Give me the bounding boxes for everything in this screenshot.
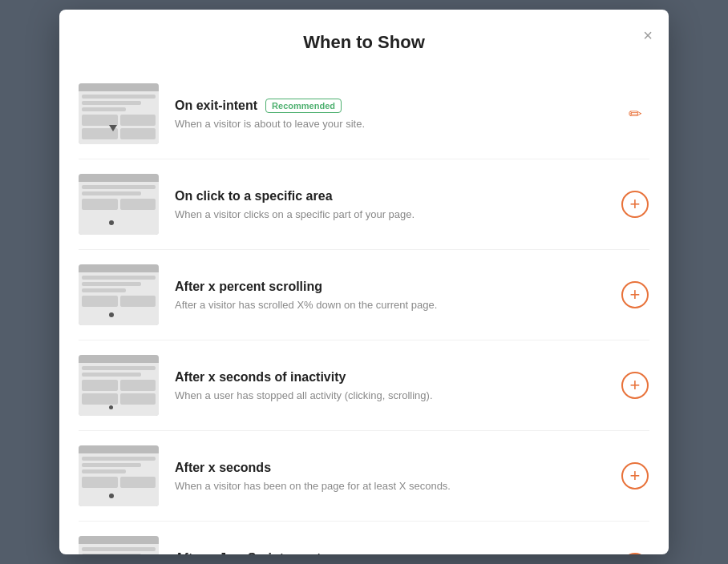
thumbnail-inactivity xyxy=(79,355,159,416)
recommended-badge: Recommended xyxy=(265,99,342,113)
option-title-row-click: On click to a specific area xyxy=(175,189,605,203)
option-action-seconds[interactable]: + xyxy=(621,461,649,490)
option-title-click-area: On click to a specific area xyxy=(175,189,333,203)
option-info-percent-scrolling: After x percent scrolling After a visito… xyxy=(175,280,605,311)
option-title-row-js: After a JavaScript event xyxy=(175,551,605,555)
option-javascript-event: > event()> _ After a JavaScript event Wh… xyxy=(79,522,649,554)
thumbnail-percent-scrolling xyxy=(79,264,159,325)
modal-title: When to Show xyxy=(303,32,425,53)
option-click-area: On click to a specific area When a visit… xyxy=(79,159,649,250)
option-action-javascript-event[interactable]: + xyxy=(621,552,649,554)
close-button[interactable]: × xyxy=(643,27,653,43)
option-inactivity: After x seconds of inactivity When a use… xyxy=(79,340,649,431)
option-title-seconds: After x seconds xyxy=(175,461,271,475)
option-title-row-inactivity: After x seconds of inactivity xyxy=(175,370,605,385)
option-desc-inactivity: When a user has stopped all activity (cl… xyxy=(175,389,605,401)
option-info-javascript-event: After a JavaScript event When a specific… xyxy=(175,551,605,555)
add-icon-percent-scrolling[interactable]: + xyxy=(621,281,649,308)
options-list: On exit-intent Recommended When a visito… xyxy=(59,69,669,554)
option-title-percent-scrolling: After x percent scrolling xyxy=(175,280,322,294)
thumbnail-exit-intent xyxy=(79,83,159,144)
option-seconds: After x seconds When a visitor has been … xyxy=(79,431,649,522)
option-info-click-area: On click to a specific area When a visit… xyxy=(175,189,605,220)
edit-icon[interactable]: ✏ xyxy=(629,104,642,123)
option-title-row-seconds: After x seconds xyxy=(175,461,605,475)
add-icon-seconds[interactable]: + xyxy=(621,462,649,489)
option-title-row-scroll: After x percent scrolling xyxy=(175,280,605,294)
option-info-seconds: After x seconds When a visitor has been … xyxy=(175,461,605,492)
modal-header: When to Show × xyxy=(59,10,669,69)
option-desc-exit-intent: When a visitor is about to leave your si… xyxy=(175,118,605,130)
add-icon-click-area[interactable]: + xyxy=(621,191,649,218)
option-info-inactivity: After x seconds of inactivity When a use… xyxy=(175,370,605,401)
option-desc-percent-scrolling: After a visitor has scrolled X% down on … xyxy=(175,299,605,311)
option-title-javascript-event: After a JavaScript event xyxy=(175,551,321,555)
when-to-show-modal: When to Show × xyxy=(59,10,669,554)
thumbnail-seconds xyxy=(79,445,159,506)
thumbnail-javascript-event: > event()> _ xyxy=(79,536,159,554)
thumbnail-click-area xyxy=(79,174,159,235)
option-title-exit-intent: On exit-intent xyxy=(175,99,257,113)
option-exit-intent: On exit-intent Recommended When a visito… xyxy=(79,69,649,159)
option-desc-click-area: When a visitor clicks on a specific part… xyxy=(175,208,605,220)
option-action-exit-intent[interactable]: ✏ xyxy=(621,99,649,128)
option-info-exit-intent: On exit-intent Recommended When a visito… xyxy=(175,99,605,130)
option-action-percent-scrolling[interactable]: + xyxy=(621,280,649,309)
option-action-inactivity[interactable]: + xyxy=(621,371,649,400)
option-percent-scrolling: After x percent scrolling After a visito… xyxy=(79,250,649,340)
add-icon-inactivity[interactable]: + xyxy=(621,372,649,399)
option-title-inactivity: After x seconds of inactivity xyxy=(175,370,346,385)
option-action-click-area[interactable]: + xyxy=(621,190,649,219)
add-icon-javascript-event[interactable]: + xyxy=(621,553,649,554)
option-title-row: On exit-intent Recommended xyxy=(175,99,605,113)
option-desc-seconds: When a visitor has been on the page for … xyxy=(175,480,605,492)
